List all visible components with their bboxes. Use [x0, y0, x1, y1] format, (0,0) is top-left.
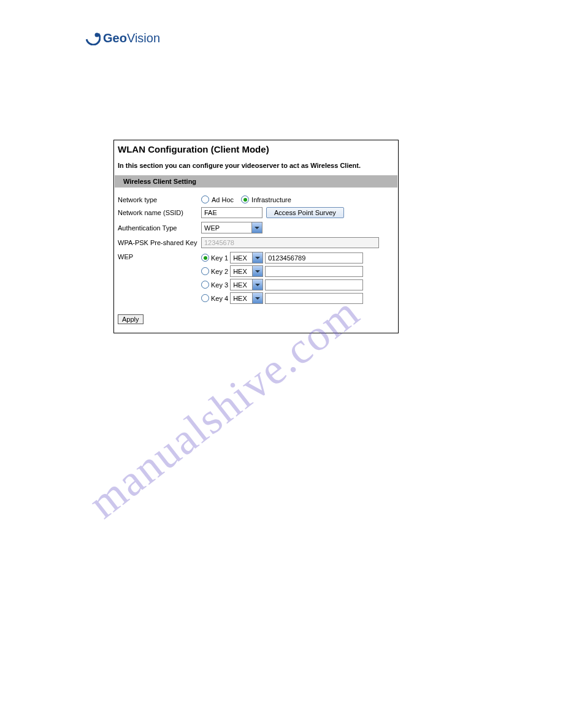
section-header: Wireless Client Setting: [115, 175, 397, 188]
svg-point-0: [86, 31, 101, 45]
access-point-survey-button[interactable]: Access Point Survey: [266, 207, 344, 218]
radio-infrastructure-label: Infrastructure: [251, 196, 291, 203]
chevron-down-icon: [252, 279, 262, 290]
row-wep: WEP Key 1 HEX Key 2 HEX: [114, 250, 398, 306]
label-wep: WEP: [118, 252, 197, 260]
chevron-down-icon: [251, 222, 262, 233]
wep-key4-format-select[interactable]: HEX: [230, 292, 263, 304]
wlan-config-panel: WLAN Configuration (Client Mode) In this…: [113, 140, 399, 333]
auth-type-select[interactable]: WEP: [201, 222, 262, 233]
row-network-type: Network type Ad Hoc Infrastructure: [114, 194, 398, 205]
row-auth: Authentication Type WEP: [114, 220, 398, 235]
radio-wep-key3[interactable]: [201, 281, 209, 289]
wep-key1-input[interactable]: [265, 252, 363, 264]
label-wpa-psk: WPA-PSK Pre-shared Key: [118, 239, 197, 246]
chevron-down-icon: [252, 293, 262, 303]
chevron-down-icon: [252, 266, 262, 276]
wep-key-3: Key 3 HEX: [201, 279, 363, 290]
wep-key4-label: Key 4: [211, 295, 228, 302]
auth-type-value: WEP: [204, 224, 220, 232]
wep-key-1: Key 1 HEX: [201, 252, 363, 264]
wpa-psk-input[interactable]: [201, 237, 379, 248]
svg-point-1: [95, 33, 99, 37]
radio-wep-key1[interactable]: [201, 254, 209, 262]
logo-text-geo: Geo: [103, 31, 127, 45]
wep-key3-format-select[interactable]: HEX: [230, 279, 263, 290]
wep-key2-label: Key 2: [211, 268, 228, 275]
wep-key2-format-select[interactable]: HEX: [230, 265, 263, 277]
row-wpa-psk: WPA-PSK Pre-shared Key: [114, 235, 398, 250]
wep-key4-input[interactable]: [265, 293, 363, 304]
wep-key-2: Key 2 HEX: [201, 265, 363, 277]
chevron-down-icon: [252, 252, 262, 263]
radio-adhoc[interactable]: [201, 195, 209, 203]
wep-key-4: Key 4 HEX: [201, 292, 363, 304]
radio-wep-key4[interactable]: [201, 294, 209, 302]
radio-infrastructure[interactable]: [241, 195, 249, 203]
logo-text-vision: Vision: [127, 31, 160, 45]
row-ssid: Network name (SSID) Access Point Survey: [114, 205, 398, 220]
page-description: In this section you can configure your v…: [114, 157, 398, 175]
page-title: WLAN Configuration (Client Mode): [114, 140, 398, 157]
brand-logo: GeoVision: [86, 31, 160, 45]
label-network-type: Network type: [118, 196, 197, 203]
label-ssid: Network name (SSID): [118, 209, 197, 216]
apply-button[interactable]: Apply: [118, 314, 144, 324]
wep-key3-label: Key 3: [211, 281, 228, 289]
wep-key1-format-select[interactable]: HEX: [230, 252, 263, 264]
wep-key1-label: Key 1: [211, 254, 228, 262]
wep-key3-input[interactable]: [265, 279, 363, 290]
logo-icon: [86, 31, 101, 45]
ssid-input[interactable]: [201, 207, 262, 218]
wep-key2-input[interactable]: [265, 266, 363, 277]
label-auth: Authentication Type: [118, 224, 197, 232]
radio-adhoc-label: Ad Hoc: [212, 196, 234, 203]
radio-wep-key2[interactable]: [201, 267, 209, 275]
